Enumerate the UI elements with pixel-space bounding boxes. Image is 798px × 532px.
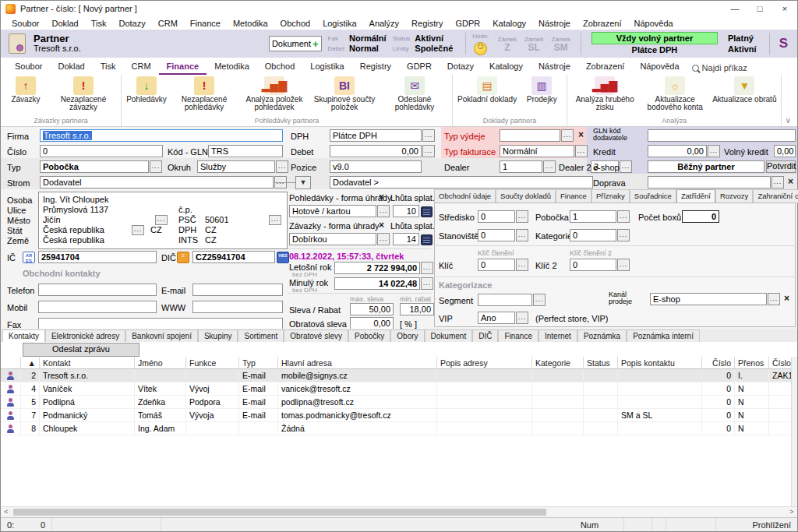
stredisko-input[interactable]: 0 [478,210,515,223]
ribbon-collapse-icon[interactable]: ∨ [786,116,797,126]
okruh-input[interactable]: Služby [197,160,275,173]
ares-icon[interactable]: ARES [23,252,35,263]
table-row[interactable]: 2 Tresoft s.r.o. E-mail mobile@signys.cz… [1,369,797,382]
menu-item[interactable]: CRM [152,18,184,29]
menu-item[interactable]: Nástroje [532,18,577,29]
eshop-input[interactable]: Běžný partner [648,160,764,173]
menu-item[interactable]: Metodika [227,18,274,29]
telefon-input[interactable] [38,284,157,296]
ribbon-tab[interactable]: Katalogy [482,59,531,75]
column-header[interactable]: Funkce [186,357,239,368]
zavazky-forma-clear-icon[interactable]: × [376,220,387,232]
klic-input[interactable]: 0 [478,259,515,271]
ribbon-tab[interactable]: Soubor [7,59,50,75]
menu-item[interactable]: Zobrazení [577,18,628,29]
pohledavky-due-input[interactable]: 10 [393,205,419,217]
menu-item[interactable]: Soubor [5,18,45,29]
menu-item[interactable]: Logistika [316,18,362,29]
column-header[interactable]: Popis kontaktu [618,357,702,368]
menu-item[interactable]: Nápověda [628,18,680,29]
stanoviste-ellipsis-button[interactable]: ... [516,229,528,241]
maximize-icon[interactable]: □ [747,1,772,16]
debet-input[interactable]: 0,00 [330,145,422,157]
ribbon-tab[interactable]: Doklad [50,59,92,75]
column-header[interactable]: Typ [239,357,278,368]
kod-gln-input[interactable]: TRS [208,145,283,157]
minimize-icon[interactable]: — [722,1,747,16]
pohledavky-forma-clear-icon[interactable]: × [376,192,387,204]
ribbon-tab[interactable]: GDPR [399,59,440,75]
column-header[interactable]: Přenos [735,357,769,368]
table-row[interactable]: 8 Chloupek Ing. Adam Žádná 0 N [1,422,797,435]
bottom-tab[interactable]: Poznámka interní [627,329,700,342]
bottom-tab[interactable]: Skupiny [198,329,238,342]
bottom-tab[interactable]: DIČ [472,329,498,342]
menu-item[interactable]: Finance [184,18,227,29]
bottom-tab[interactable]: Sortiment [238,329,284,342]
osoba-value[interactable]: Ing. Vít Chloupek [43,195,108,204]
segment-ellipsis-button[interactable]: ... [533,294,546,306]
vies-icon[interactable]: VIES [277,252,289,263]
klic2-input[interactable]: 0 [570,259,616,271]
menu-item[interactable]: GDPR [449,18,486,29]
column-header[interactable]: Status [584,357,618,368]
ribbon-tab[interactable]: Obchod [257,59,303,75]
bottom-tab[interactable]: Elektronické adresy [45,329,125,342]
ribbon-button[interactable]: ! Nezaplacené pohledávky [169,76,239,116]
zavazky-forma-input[interactable]: Dobírkou [289,233,376,245]
mesto-ellipsis-button[interactable]: ... [155,215,168,225]
volny-kredit-input[interactable]: 0,00 [774,145,796,157]
calendar-icon[interactable] [421,234,433,245]
detail-tab[interactable]: Rozvozy [715,189,753,203]
www-input[interactable] [192,301,283,313]
detail-tab[interactable]: Zahraniční obchod [753,189,798,203]
menu-item[interactable]: Katalogy [486,18,532,29]
column-header[interactable]: Hlavní adresa [278,357,437,368]
debet-ellipsis-button[interactable]: ... [422,145,435,157]
ribbon-button[interactable]: ▂▅▇ Analýza hrubého zisku [570,76,640,116]
command-search[interactable]: Najdi příkaz [692,63,747,75]
dealer-ellipsis-button[interactable]: ... [543,160,556,173]
scroll-left-icon[interactable]: < [1,507,12,516]
ribbon-button[interactable]: ▼ Aktualizace obratů [710,76,779,116]
document-button[interactable]: Dokument+ [269,36,322,51]
pohledavky-forma-input[interactable]: Hotově / kartou [289,205,376,217]
menu-item[interactable]: Dotazy [113,18,152,29]
zeme-value[interactable]: Česká republika [43,235,104,245]
ribbon-button[interactable]: BI Skupinové součty položek [309,76,380,116]
pobocka-input[interactable]: 1 [570,210,616,223]
kanal-ellipsis-button[interactable]: ... [768,293,780,305]
menu-item[interactable]: Analýzy [363,18,406,29]
column-header[interactable]: Jméno [135,357,186,368]
ulice-value[interactable]: Průmyslová 1137 [43,205,108,214]
column-header[interactable] [1,357,21,368]
detail-tab[interactable]: Obchodní údaje [434,189,496,203]
bottom-tab[interactable]: Internet [538,329,577,342]
send-message-button[interactable]: Odeslat zprávu [23,343,139,357]
ribbon-tab[interactable]: Zobrazení [578,59,633,75]
menu-item[interactable]: Doklad [45,18,84,29]
calendar-icon[interactable] [421,206,433,217]
ribbon-tab[interactable]: Dotazy [440,59,482,75]
stredisko-ellipsis-button[interactable]: ... [516,210,528,223]
minuly-ellipsis-button[interactable]: ... [421,277,433,290]
strom-input[interactable]: Dodavatel [40,176,274,188]
ribbon-tab[interactable]: Nástroje [531,59,578,75]
column-header[interactable]: Popis adresy [437,357,532,368]
column-header[interactable]: Číslo [702,357,735,368]
vip-ellipsis-button[interactable]: ... [516,312,528,324]
ribbon-tab[interactable]: Nápověda [632,59,687,75]
kredit-ellipsis-button[interactable]: ... [708,145,720,157]
bottom-tab[interactable]: Obory [390,329,424,342]
okruh-ellipsis-button[interactable]: ... [276,160,288,173]
segment-input[interactable] [478,294,532,306]
scrollbar-thumb[interactable] [13,509,546,516]
detail-tab[interactable]: Finance [556,189,591,203]
typ-fakturace-input[interactable]: Normální [500,145,574,157]
ic-input[interactable]: 25941704 [38,251,157,263]
table-vertical-scrollbar[interactable] [791,357,797,506]
pohledavky-forma-ellipsis-button[interactable]: ... [377,205,390,217]
ribbon-tab[interactable]: Logistika [302,59,351,75]
ribbon-tab[interactable]: Finance [159,59,207,75]
letosni-rok-input[interactable]: 2 722 994,00 [334,262,420,274]
